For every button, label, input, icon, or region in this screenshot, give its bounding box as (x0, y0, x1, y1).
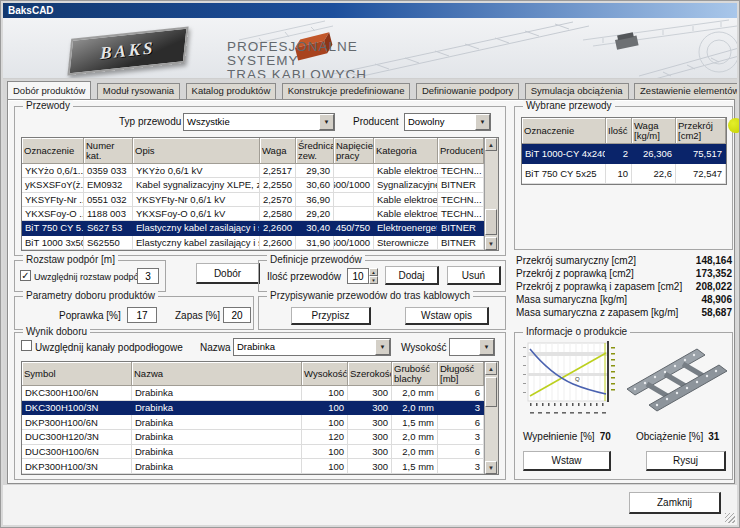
dodaj-button[interactable]: Dodaj (385, 266, 439, 285)
cell[interactable]: 31,90 (296, 236, 334, 250)
cell[interactable]: 30,40 (296, 221, 334, 235)
scrollbar-thumb[interactable] (485, 209, 497, 235)
cell[interactable]: 600/1000 (334, 236, 374, 250)
cell[interactable]: 1,5 mm (392, 415, 438, 430)
tab-katalog-produktow[interactable]: Katalog produktów (186, 83, 277, 99)
cell[interactable] (334, 164, 374, 178)
ilosc-przewodow-stepper[interactable]: ▲ ▼ (347, 268, 377, 284)
cell[interactable]: BiT 1000-CY 4x240 (522, 144, 606, 164)
cell[interactable]: 120 (302, 430, 348, 445)
nazwa-select[interactable]: Drabinka ▼ (233, 338, 391, 356)
rozstaw-checkbox[interactable]: ✓ (20, 270, 31, 281)
cell[interactable]: YKYżo 0,6/1... (22, 164, 84, 178)
cell[interactable]: S627 53 (84, 221, 133, 235)
cell[interactable]: Sterownicze (374, 236, 438, 250)
cell[interactable]: 6 (438, 415, 484, 430)
poprawka-input[interactable] (127, 307, 157, 323)
cell[interactable]: Elastyczny kabel zasilający i ster... (133, 221, 260, 235)
scroll-down-icon[interactable]: ▼ (485, 461, 497, 474)
zamknij-button[interactable]: Zamknij (629, 492, 721, 514)
cell[interactable]: TECHN... (438, 207, 484, 221)
cell[interactable]: 100 (302, 445, 348, 460)
cell[interactable]: YKXSFoy-O ... (22, 207, 84, 221)
cell[interactable]: YKSYFty-Nr 0,6/1 kV (133, 193, 260, 207)
tab-konstrukcje-predefiniowane[interactable]: Konstrukcje predefiniowane (282, 83, 411, 99)
cell[interactable]: Drabinka (132, 386, 302, 401)
cell[interactable]: BITNER (438, 221, 484, 235)
tab-symulacja-obciazenia[interactable]: Symulacja obciążenia (525, 83, 629, 99)
chevron-down-icon[interactable]: ▼ (479, 339, 494, 355)
ilosc-przewodow-input[interactable] (347, 268, 369, 284)
cell[interactable]: DKP300H100/6N (22, 415, 132, 430)
resize-grip[interactable] (725, 513, 735, 523)
cell[interactable]: Elektroenerget... (374, 221, 438, 235)
cell[interactable]: 75,517 (676, 144, 726, 164)
cell[interactable]: YKXSFoy-O 0,6/1 kV (133, 207, 260, 221)
tab-dobor-produktow[interactable]: Dobór produktów (7, 81, 91, 99)
cell[interactable]: 3 (438, 430, 484, 445)
cell[interactable]: 10 (606, 164, 632, 184)
cell[interactable]: DKC300H100/6N (22, 386, 132, 401)
usun-button[interactable]: Usuń (447, 266, 501, 285)
cell[interactable]: 36,90 (296, 193, 334, 207)
cell[interactable]: 300 (348, 415, 392, 430)
spinner-up-icon[interactable]: ▲ (369, 268, 378, 276)
cell[interactable]: Drabinka (132, 445, 302, 460)
cell[interactable]: 600/1000 (334, 178, 374, 192)
cell[interactable]: 100 (302, 415, 348, 430)
scroll-up-icon[interactable]: ▲ (485, 138, 497, 151)
cell[interactable]: TECHN... (438, 164, 484, 178)
cell[interactable]: 0359 033 (84, 164, 133, 178)
producent-select[interactable]: Dowolny ▼ (404, 113, 491, 131)
cell[interactable]: Drabinka (132, 459, 302, 474)
cell[interactable]: 6 (438, 386, 484, 401)
cell[interactable]: 3 (438, 459, 484, 474)
cell[interactable] (334, 207, 374, 221)
cell[interactable]: 2,2517 (260, 164, 296, 178)
cell[interactable]: BITNER (438, 178, 484, 192)
cell[interactable]: 0551 032 (84, 193, 133, 207)
cell[interactable]: 2,0 mm (392, 386, 438, 401)
tab-definiowanie-podpory[interactable]: Definiowanie podpory (416, 83, 519, 99)
cell[interactable]: 22,6 (632, 164, 676, 184)
cell[interactable]: 300 (348, 445, 392, 460)
cell[interactable]: 2,0 mm (392, 430, 438, 445)
cell[interactable]: 2,0 mm (392, 401, 438, 416)
cell[interactable] (334, 193, 374, 207)
wstaw-button[interactable]: Wstaw (523, 451, 611, 471)
cell[interactable]: yKSXSFoY(ż... (22, 178, 84, 192)
cell[interactable]: 2,2550 (260, 178, 296, 192)
cell[interactable]: YKSYFty-Nr ... (22, 193, 84, 207)
cell[interactable]: 6 (438, 445, 484, 460)
cell[interactable]: 2,2580 (260, 207, 296, 221)
przypisz-button[interactable]: Przypisz (291, 307, 371, 325)
cell[interactable]: Kabel sygnalizacyjny XLPE, zbro... (133, 178, 260, 192)
cell[interactable]: Elastyczny kabel zasilający i ster... (133, 236, 260, 250)
vertical-scrollbar[interactable]: ▲ ▼ (484, 138, 498, 250)
cell[interactable]: 26,306 (632, 144, 676, 164)
cell[interactable]: BiT 1000 3x50 (22, 236, 84, 250)
zapas-input[interactable] (223, 307, 251, 323)
cell[interactable]: DKP300H100/3N (22, 459, 132, 474)
wysokosc-select[interactable]: ▼ (449, 338, 495, 356)
cell[interactable]: 2 (606, 144, 632, 164)
cell[interactable]: 1188 003 (84, 207, 133, 221)
cell[interactable]: 300 (348, 386, 392, 401)
cell[interactable]: BITNER (438, 236, 484, 250)
cell[interactable]: Kable elektroe... (374, 193, 438, 207)
cell[interactable]: Sygnalizacyjne (374, 178, 438, 192)
cell[interactable]: 2,2570 (260, 193, 296, 207)
cell[interactable]: 100 (302, 386, 348, 401)
cell[interactable]: Drabinka (132, 430, 302, 445)
vertical-scrollbar[interactable]: ▲ ▼ (484, 362, 498, 474)
rysuj-button[interactable]: Rysuj (646, 451, 726, 471)
cell[interactable]: Kable elektroe... (374, 207, 438, 221)
typ-przewodu-select[interactable]: Wszystkie ▼ (183, 113, 335, 131)
dobor-button[interactable]: Dobór (196, 263, 260, 284)
wstaw-opis-button[interactable]: Wstaw opis (405, 307, 489, 325)
cell[interactable]: 1,5 mm (392, 459, 438, 474)
cell[interactable]: 2,2600 (260, 221, 296, 235)
scroll-down-icon[interactable]: ▼ (485, 237, 497, 250)
rozstaw-input[interactable] (137, 268, 159, 284)
chevron-down-icon[interactable]: ▼ (319, 114, 334, 130)
